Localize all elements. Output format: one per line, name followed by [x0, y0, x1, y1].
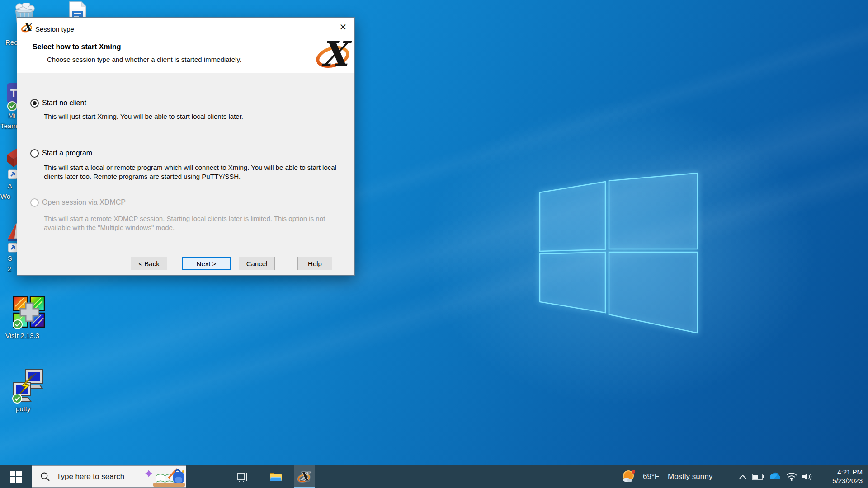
button-separator	[17, 246, 354, 246]
red-app-label-line2[interactable]: Wo	[0, 192, 10, 200]
weather-button[interactable]	[618, 465, 639, 488]
xming-taskbar-icon: X	[297, 470, 311, 483]
tray-chevron-up-icon[interactable]	[736, 465, 750, 488]
task-view-button[interactable]	[231, 465, 253, 488]
tray-onedrive-icon[interactable]	[767, 465, 783, 488]
dialog-header: X Session type ✕ Select how to start Xmi…	[17, 18, 354, 73]
xming-window-icon: X	[21, 21, 33, 33]
triangle-app-label-line2[interactable]: 2	[8, 265, 11, 272]
next-button[interactable]: Next >	[182, 257, 231, 270]
tray-wifi-icon[interactable]	[784, 465, 799, 488]
windows-start-icon	[10, 471, 22, 483]
radio-open-session-xdmcp-label: Open session via XDMCP	[42, 198, 126, 206]
taskbar-search-box[interactable]	[32, 465, 186, 488]
xming-taskbar-button[interactable]: X	[294, 465, 315, 488]
weather-temp[interactable]: 69°F	[643, 465, 659, 488]
start-a-program-desc: This will start a local or remote progra…	[44, 163, 342, 181]
tray-volume-icon[interactable]	[799, 465, 816, 488]
xming-session-type-dialog: X Session type ✕ Select how to start Xmi…	[17, 17, 355, 276]
tray-battery-icon[interactable]	[750, 465, 766, 488]
radio-start-no-client[interactable]	[30, 99, 39, 108]
screen: Rec T Mi Team A Wo	[0, 0, 868, 488]
visit-icon[interactable]	[10, 293, 49, 333]
weather-condition[interactable]: Mostly sunny	[668, 465, 712, 488]
radio-start-no-client-label[interactable]: Start no client	[42, 99, 86, 107]
open-session-xdmcp-desc: This will start a remote XDMCP session. …	[44, 214, 342, 232]
radio-start-a-program[interactable]	[30, 149, 39, 158]
start-no-client-desc: This will just start Xming. You will be …	[44, 112, 342, 121]
visit-label[interactable]: VisIt 2.13.3	[5, 332, 39, 339]
teams-label-line1[interactable]: Mi	[8, 112, 15, 119]
search-doodle-illustration	[145, 466, 186, 488]
xming-logo: X	[316, 36, 353, 73]
radio-start-a-program-label[interactable]: Start a program	[42, 149, 92, 157]
putty-icon[interactable]	[10, 367, 44, 407]
file-explorer-icon	[269, 471, 283, 483]
clock-date: 5/23/2023	[817, 476, 863, 485]
dialog-title: Session type	[35, 25, 74, 33]
recycle-bin-label[interactable]: Rec	[5, 38, 18, 46]
radio-open-session-xdmcp	[30, 198, 39, 207]
red-app-label-line1[interactable]: A	[8, 182, 12, 190]
taskbar: X 69°F Mostly sunny	[0, 465, 868, 488]
search-icon	[40, 472, 50, 482]
task-view-icon	[236, 471, 248, 483]
teams-label-line2[interactable]: Team	[0, 122, 17, 130]
svg-text:T: T	[10, 87, 17, 99]
start-button[interactable]	[0, 465, 32, 488]
back-button[interactable]: < Back	[131, 257, 167, 270]
help-button[interactable]: Help	[297, 257, 332, 270]
close-icon[interactable]: ✕	[335, 19, 352, 35]
cancel-button[interactable]: Cancel	[239, 257, 275, 270]
clock-time: 4:21 PM	[817, 468, 863, 476]
dialog-heading: Select how to start Xming	[33, 43, 121, 51]
triangle-app-label-line1[interactable]: S	[8, 254, 12, 262]
taskbar-clock[interactable]: 4:21 PM 5/23/2023	[817, 468, 863, 485]
file-explorer-button[interactable]	[265, 465, 287, 488]
partly-sunny-icon	[621, 469, 637, 484]
dialog-subheading: Choose session type and whether a client…	[47, 56, 241, 63]
putty-label[interactable]: putty	[16, 405, 31, 413]
search-input[interactable]	[56, 466, 143, 487]
